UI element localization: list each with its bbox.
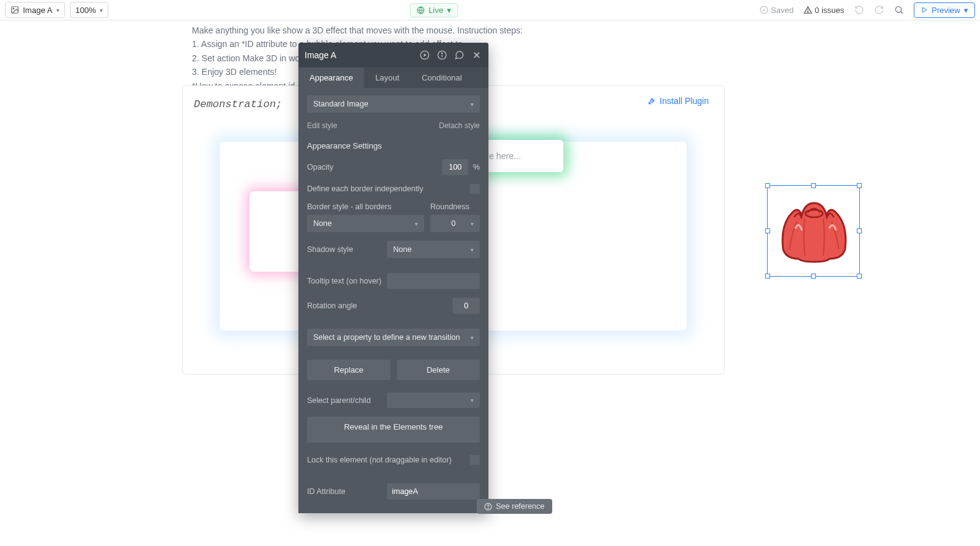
live-status-dropdown[interactable]: Live ▾ [410, 3, 458, 17]
instruction-line: 2. Set action Make 3D in work n propriet… [192, 51, 794, 65]
resize-handle-bm[interactable] [811, 274, 816, 279]
edit-style-link[interactable]: Edit style [307, 121, 337, 130]
zoom-label: 100% [76, 6, 96, 15]
tooltip-label: Tooltip text (on hover) [307, 277, 381, 285]
opacity-input[interactable] [442, 159, 468, 175]
see-reference-button[interactable]: See reference [477, 499, 552, 514]
check-circle-icon [760, 6, 768, 14]
comment-icon[interactable] [454, 50, 465, 61]
replace-button[interactable]: Replace [307, 360, 391, 380]
shadow-label: Shadow style [307, 245, 353, 254]
resize-handle-tm[interactable] [811, 183, 816, 188]
resize-handle-tl[interactable] [765, 183, 770, 188]
opacity-unit: % [473, 163, 480, 171]
live-label: Live [428, 6, 443, 15]
resize-handle-ml[interactable] [765, 228, 770, 233]
globe-icon [417, 6, 425, 14]
redo-button[interactable] [874, 5, 884, 15]
chevron-down-icon: ▾ [100, 7, 103, 14]
input-placeholder-fragment: e here... [489, 151, 521, 161]
close-icon[interactable] [471, 50, 482, 61]
preview-label: Preview [932, 6, 960, 15]
define-borders-checkbox[interactable] [470, 184, 480, 194]
resize-handle-mr[interactable] [857, 228, 862, 233]
alert-triangle-icon [804, 6, 812, 14]
svg-point-14 [441, 53, 442, 53]
play-icon [921, 6, 928, 14]
id-attribute-input[interactable] [387, 483, 480, 500]
instruction-line: 3. Enjoy 3D elements! [192, 65, 794, 79]
caret-down-icon: ▾ [470, 246, 474, 253]
zoom-dropdown[interactable]: 100% ▾ [70, 2, 108, 18]
image-icon [11, 6, 19, 14]
rotation-input[interactable] [453, 298, 480, 314]
shadow-dropdown[interactable]: None ▾ [387, 241, 480, 258]
issues-button[interactable]: 0 issues [804, 6, 844, 15]
svg-point-18 [488, 508, 488, 508]
selection-outline[interactable] [767, 185, 860, 277]
saved-label: Saved [771, 6, 794, 15]
resize-handle-br[interactable] [857, 274, 862, 279]
undo-button[interactable] [854, 5, 864, 15]
appearance-section-title: Appearance Settings [307, 141, 480, 150]
lock-label: Lock this element (not draggable in edit… [307, 456, 451, 464]
install-plugin-link[interactable]: Install Plugin [648, 96, 709, 106]
style-dropdown[interactable]: Standard Image ▾ [307, 95, 480, 113]
search-button[interactable] [894, 5, 904, 15]
reveal-elements-button[interactable]: Reveal in the Elements tree [307, 417, 480, 443]
caret-down-icon: ▾ [470, 334, 474, 341]
chevron-down-icon: ▾ [56, 7, 59, 14]
saved-status: Saved [760, 6, 794, 15]
roundness-dropdown[interactable]: 0 ▾ [430, 215, 480, 232]
border-style-dropdown[interactable]: None ▾ [307, 215, 424, 232]
top-toolbar: Image A ▾ 100% ▾ Live ▾ Saved 0 issue [0, 0, 980, 20]
preview-button[interactable]: Preview ▾ [914, 2, 975, 18]
svg-point-5 [807, 12, 808, 12]
svg-point-6 [895, 7, 901, 12]
shadow-value: None [393, 245, 412, 254]
demo-title: Demonstration; [194, 98, 282, 110]
panel-header[interactable]: Image A [298, 43, 488, 67]
define-borders-label: Define each border independently [307, 184, 423, 193]
select-parent-dropdown[interactable]: ▾ [387, 392, 480, 408]
rotation-label: Rotation angle [307, 301, 357, 310]
instruction-line: 1. Assign an *ID attribute to a bubble e… [192, 37, 794, 51]
lock-checkbox[interactable] [470, 455, 480, 465]
see-reference-label: See reference [496, 502, 545, 511]
style-dropdown-label: Standard Image [313, 100, 368, 108]
play-icon[interactable] [419, 50, 430, 61]
border-style-value: None [313, 219, 332, 228]
tab-conditional[interactable]: Conditional [410, 67, 473, 88]
caret-down-icon: ▾ [470, 220, 474, 227]
svg-marker-8 [922, 7, 927, 12]
tab-layout[interactable]: Layout [364, 67, 410, 88]
svg-line-7 [901, 12, 903, 14]
caret-down-icon: ▾ [470, 101, 474, 108]
element-picker-dropdown[interactable]: Image A ▾ [5, 2, 65, 18]
wrench-icon [648, 97, 656, 105]
caret-down-icon: ▾ [415, 220, 418, 227]
delete-button[interactable]: Delete [397, 360, 480, 380]
roundness-value: 0 [451, 219, 456, 228]
install-plugin-label: Install Plugin [660, 96, 709, 106]
property-panel[interactable]: Image A Appearance Layout Conditional St… [298, 43, 488, 513]
chevron-down-icon: ▾ [447, 6, 451, 15]
transition-dropdown[interactable]: Select a property to define a new transi… [307, 329, 480, 346]
transition-label: Select a property to define a new transi… [313, 333, 460, 342]
tooltip-input[interactable] [387, 273, 480, 289]
select-parent-label: Select parent/child [307, 396, 371, 405]
opacity-label: Opacity [307, 163, 333, 171]
svg-point-1 [13, 8, 14, 9]
instruction-line: Make anything you like show a 3D effect … [192, 24, 794, 37]
roundness-label: Roundness [430, 202, 480, 211]
panel-body: Standard Image ▾ Edit style Detach style… [298, 88, 488, 512]
resize-handle-tr[interactable] [857, 183, 862, 188]
panel-title: Image A [305, 50, 336, 60]
tab-appearance[interactable]: Appearance [298, 67, 364, 88]
resize-handle-bl[interactable] [765, 274, 770, 279]
svg-point-3 [760, 6, 768, 14]
info-icon[interactable] [436, 50, 448, 61]
instruction-text: Make anything you like show a 3D effect … [192, 24, 794, 93]
canvas[interactable]: Make anything you like show a 3D effect … [0, 20, 980, 546]
detach-style-link[interactable]: Detach style [439, 121, 480, 130]
